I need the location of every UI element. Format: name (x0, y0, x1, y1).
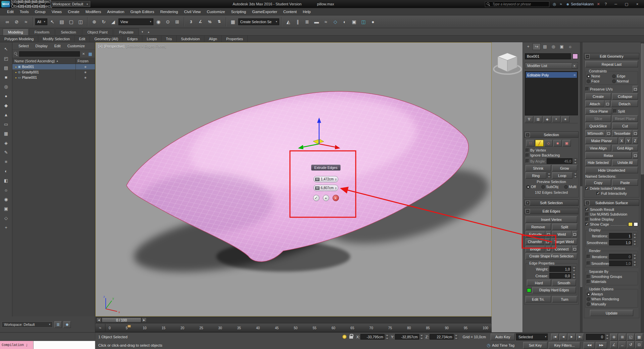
percent-snap-icon[interactable]: % (205, 17, 214, 26)
explorer-menu-item[interactable]: Customize (64, 44, 88, 48)
ribbon-section[interactable]: Edit (75, 36, 90, 42)
maxscript-listener-line[interactable] (34, 341, 95, 349)
display-tab-icon[interactable]: ▣ (558, 43, 566, 50)
shrink-button[interactable]: Shrink (526, 165, 551, 171)
preview-off-radio[interactable] (526, 185, 530, 189)
menu-item[interactable]: Edit (4, 10, 17, 14)
vertex-icon[interactable]: ∷ (526, 140, 535, 147)
tab-populate[interactable]: Populate (113, 28, 139, 35)
hide-selected-button[interactable]: Hide Selected (585, 160, 611, 166)
viewcube[interactable] (492, 47, 523, 87)
tab-selection[interactable]: Selection (55, 28, 81, 35)
half-square-icon[interactable]: ◧ (2, 176, 11, 185)
ring-button[interactable]: Ring (526, 172, 546, 179)
motion-tab-icon[interactable]: ◎ (549, 43, 557, 50)
spinner[interactable]: ▲▼ (454, 334, 458, 340)
caddy-title[interactable]: Extrude Edges (311, 165, 341, 171)
view-align-button[interactable]: View Align (585, 145, 611, 151)
panel-icon[interactable]: ▣ (2, 205, 11, 213)
make-planar-button[interactable]: Make Planar (585, 137, 618, 144)
maximize-viewport-icon[interactable]: ⊡ (635, 341, 643, 348)
ribbon-section[interactable]: Modify Selection (38, 36, 75, 42)
reset-plane-button[interactable]: Reset Plane (612, 115, 638, 122)
shaded-sphere-icon[interactable]: ◐ (2, 167, 11, 175)
update-when-rendering-radio[interactable] (587, 297, 590, 301)
zoom-extents-all-icon[interactable]: ▦ (635, 334, 643, 341)
hide-unselected-button[interactable]: Hide Unselected (585, 167, 638, 173)
sign-in-icon[interactable]: ◎ (551, 1, 557, 7)
create-shape-button[interactable]: Create Shape From Selection (526, 253, 577, 259)
render-smoothness-field[interactable]: 1,0 (609, 260, 632, 266)
extrude-button[interactable]: Extrude (526, 231, 545, 237)
spinner[interactable]: ▲▼ (420, 334, 424, 340)
use-pivot-center-icon[interactable]: ◉ (154, 17, 163, 26)
cone-icon[interactable]: ▲ (2, 111, 11, 119)
ribbon-section[interactable]: Align (204, 36, 221, 42)
copy-button[interactable]: Copy (585, 179, 611, 186)
display-hard-edges-button[interactable]: Display Hard Edges (532, 287, 576, 293)
spinner-icon[interactable]: ▲▼ (335, 187, 337, 189)
remove-button[interactable]: Remove (526, 224, 551, 230)
constraint-face-radio[interactable] (587, 79, 590, 83)
spinner[interactable]: ▲▼ (633, 260, 637, 266)
pencil-icon[interactable]: ✎ (2, 148, 11, 157)
zoom-extents-icon[interactable]: ◱ (627, 334, 635, 341)
search-input[interactable] (492, 2, 548, 6)
window-crossing-icon[interactable]: ◫ (76, 17, 85, 26)
ribbon-section[interactable]: Edges (123, 36, 142, 42)
field-of-view-icon[interactable]: ∠ (610, 341, 618, 348)
edit-geometry-rollout-header[interactable]: Edit Geometry (584, 53, 639, 59)
unlink-selection-icon[interactable]: ⊘ (12, 17, 21, 26)
utilities-tab-icon[interactable]: ☼ (566, 43, 574, 50)
rectangular-selection-region-icon[interactable]: ▢ (67, 17, 76, 26)
ribbon-section[interactable]: Properties (222, 36, 248, 42)
viewport[interactable]: [+] [Perspective] [Realistic + Edged Fac… (95, 42, 492, 316)
viewport-pov-menu[interactable]: [Perspective] (104, 44, 125, 48)
grow-button[interactable]: Grow (552, 165, 578, 171)
target-weld-button[interactable]: Target Weld (551, 238, 578, 245)
select-and-scale-icon[interactable]: ◢ (109, 17, 118, 26)
menu-item[interactable]: Content (280, 10, 300, 14)
tab-freeform[interactable]: Freeform (29, 28, 55, 35)
delete-isolated-vertices-checkbox[interactable] (585, 187, 589, 190)
menu-item[interactable]: Animation (104, 10, 127, 14)
ribbon-section[interactable]: Geometry (All) (90, 36, 123, 42)
previous-frame-arrow-icon[interactable]: ◀ (96, 317, 101, 323)
minimize-button[interactable]: ─ (610, 1, 621, 7)
select-by-name-icon[interactable]: ▤ (57, 17, 66, 26)
attach-settings-icon[interactable] (605, 101, 610, 107)
tessellate-button[interactable]: Tessellate (612, 130, 632, 136)
crease-field[interactable]: 0,0 (549, 273, 571, 279)
constraint-none-radio[interactable] (587, 74, 590, 78)
diamond-icon[interactable]: ◆ (2, 101, 11, 110)
select-and-rotate-icon[interactable]: ↻ (99, 17, 108, 26)
plane-icon[interactable]: ▭ (2, 120, 11, 128)
soft-selection-rollout-header[interactable]: Soft Selection (524, 199, 579, 206)
scrollbar-thumb[interactable] (580, 186, 582, 287)
make-unique-icon[interactable]: ◈ (543, 116, 551, 122)
by-angle-field[interactable]: 45,0 (547, 158, 573, 164)
element-icon[interactable]: ▣ (562, 140, 571, 147)
preserve-uvs-settings-icon[interactable] (633, 86, 638, 92)
maximize-button[interactable]: ▢ (621, 1, 632, 7)
schematic-view-icon[interactable]: ◇ (331, 17, 340, 26)
extrude-height-field[interactable]: 1,472cm ▲▼ (313, 176, 338, 182)
go-to-end-icon[interactable]: ▶| (576, 334, 584, 340)
connect-button[interactable]: Connect (552, 246, 572, 252)
select-and-link-icon[interactable]: ∞ (3, 17, 12, 26)
weight-field[interactable]: 1,0 (549, 266, 571, 272)
visibility-bulb-icon[interactable]: ● (15, 71, 16, 73)
modifier-list-dropdown[interactable]: Modifier List ▾ (525, 62, 578, 69)
constraint-normal-radio[interactable] (612, 79, 616, 83)
reference-coordinate-dropdown[interactable]: View ▾ (118, 18, 153, 25)
planar-y-button[interactable]: Y (626, 137, 631, 144)
update-button[interactable]: Update (590, 310, 633, 316)
menu-item[interactable]: Rendering (157, 10, 181, 14)
key-mode-dropdown[interactable]: Selected ▾ (516, 334, 548, 340)
bridge-settings-icon[interactable] (546, 246, 551, 252)
extrude-width-field[interactable]: 6,807cm ▲▼ (313, 185, 338, 191)
frozen-column-header[interactable]: Frozen (76, 58, 95, 64)
auto-key-button[interactable]: Auto Key (491, 334, 515, 340)
smooth-button[interactable]: Smooth (552, 280, 576, 286)
box-icon[interactable]: ◰ (2, 54, 11, 63)
